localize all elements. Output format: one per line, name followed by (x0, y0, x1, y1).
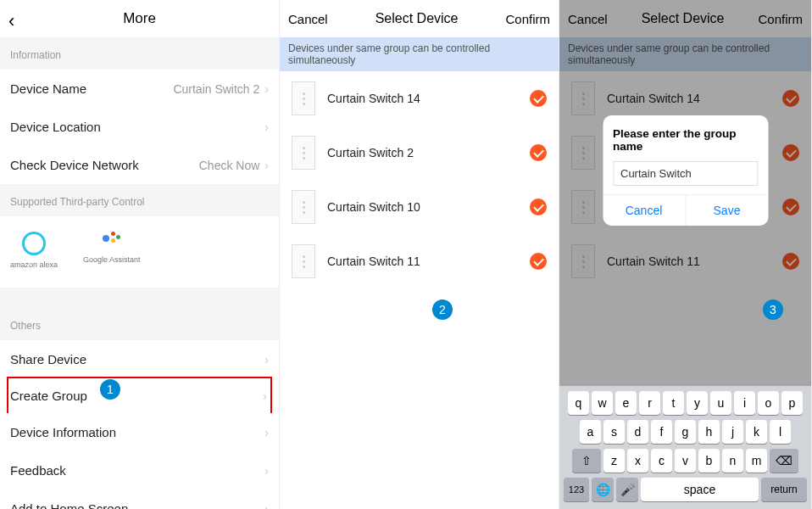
label: Check Device Network (10, 158, 139, 172)
numbers-key[interactable]: 123 (564, 478, 589, 501)
value: Check Now (199, 159, 260, 172)
alexa-icon (22, 232, 46, 255)
key-t[interactable]: t (663, 391, 684, 415)
key-h[interactable]: h (698, 420, 720, 444)
key-k[interactable]: k (746, 420, 767, 444)
key-y[interactable]: y (687, 391, 708, 415)
key-p[interactable]: p (781, 391, 803, 415)
switch-icon (292, 190, 315, 224)
key-b[interactable]: b (698, 449, 720, 473)
row-device-name[interactable]: Device Name Curtain Switch 2› (0, 70, 279, 108)
label: Google Assistant (83, 255, 141, 264)
device-row[interactable]: Curtain Switch 14 (280, 71, 559, 126)
device-row[interactable]: Curtain Switch 2 (280, 126, 559, 180)
switch-icon (292, 136, 315, 170)
more-settings-panel: ‹ More Information Device Name Curtain S… (0, 0, 280, 509)
step-badge-1: 1 (100, 379, 120, 400)
globe-key[interactable]: 🌐 (592, 478, 614, 501)
chevron-right-icon: › (264, 464, 269, 478)
shift-key[interactable]: ⇧ (572, 449, 601, 473)
label: Device Location (10, 120, 101, 134)
row-device-information[interactable]: Device Information › (0, 413, 279, 451)
row-create-group[interactable]: Create Group › (7, 377, 272, 415)
label: Device Information (10, 425, 116, 439)
check-icon[interactable] (530, 90, 547, 107)
key-l[interactable]: l (770, 420, 791, 444)
row-check-network[interactable]: Check Device Network Check Now› (0, 146, 279, 184)
chevron-right-icon: › (263, 389, 267, 403)
header: Cancel Select Device Confirm (280, 0, 559, 37)
check-icon[interactable] (530, 253, 547, 270)
select-device-panel: Cancel Select Device Confirm Devices und… (280, 0, 559, 509)
key-s[interactable]: s (603, 420, 625, 444)
chevron-right-icon: › (264, 82, 269, 96)
key-f[interactable]: f (651, 420, 672, 444)
label: Share Device (10, 352, 86, 366)
label: Device Name (10, 81, 86, 96)
row-device-location[interactable]: Device Location › (0, 108, 279, 146)
chevron-right-icon: › (264, 353, 269, 366)
chevron-right-icon: › (264, 159, 269, 172)
chevron-right-icon: › (264, 426, 269, 439)
return-key[interactable]: return (761, 478, 807, 501)
cancel-button[interactable]: Cancel (288, 12, 328, 26)
device-name: Curtain Switch 2 (327, 146, 518, 159)
modal-title: Please enter the group name (603, 115, 768, 161)
key-a[interactable]: a (580, 420, 601, 444)
key-g[interactable]: g (675, 420, 696, 444)
back-icon[interactable]: ‹ (8, 10, 14, 32)
key-u[interactable]: u (710, 391, 731, 415)
group-name-modal: Please enter the group name Curtain Swit… (603, 115, 768, 226)
device-row[interactable]: Curtain Switch 10 (280, 180, 559, 234)
check-icon[interactable] (530, 144, 547, 161)
section-others: Others (0, 308, 279, 340)
key-i[interactable]: i (734, 391, 755, 415)
thirdparty-row: amazon alexa Google Assistant (0, 216, 279, 288)
check-icon[interactable] (530, 199, 547, 215)
key-v[interactable]: v (675, 449, 696, 473)
key-j[interactable]: j (722, 420, 743, 444)
key-m[interactable]: m (746, 449, 767, 473)
backspace-key[interactable]: ⌫ (770, 449, 798, 473)
keyboard[interactable]: qwertyuiop asdfghjkl ⇧ zxcvbnm ⌫ 123 🌐 🎤… (559, 386, 811, 509)
key-r[interactable]: r (639, 391, 660, 415)
key-o[interactable]: o (758, 391, 779, 415)
section-information: Information (0, 37, 279, 70)
confirm-button[interactable]: Confirm (505, 12, 550, 26)
key-e[interactable]: e (615, 391, 637, 415)
page-title: Select Device (375, 11, 459, 26)
key-x[interactable]: x (627, 449, 648, 473)
label: Add to Home Screen (10, 501, 128, 509)
key-n[interactable]: n (722, 449, 743, 473)
key-w[interactable]: w (592, 391, 613, 415)
label: amazon alexa (10, 260, 58, 269)
step-badge-2: 2 (432, 299, 453, 320)
step-badge-3: 3 (763, 299, 783, 320)
section-thirdparty: Supported Third-party Control (0, 184, 279, 216)
row-share-device[interactable]: Share Device › (0, 340, 279, 378)
switch-icon (292, 81, 315, 115)
modal-save-button[interactable]: Save (686, 195, 768, 226)
chevron-right-icon: › (264, 502, 269, 510)
device-name: Curtain Switch 10 (327, 200, 518, 214)
mic-key[interactable]: 🎤 (616, 478, 638, 501)
space-key[interactable]: space (641, 478, 759, 501)
header: ‹ More (0, 0, 279, 37)
chevron-right-icon: › (264, 120, 269, 134)
google-assistant-item[interactable]: Google Assistant (83, 232, 141, 269)
label: Create Group (10, 389, 87, 403)
row-add-home-screen[interactable]: Add to Home Screen › (0, 489, 279, 509)
group-name-input[interactable]: Curtain Switch (613, 161, 758, 186)
key-c[interactable]: c (651, 449, 672, 473)
modal-cancel-button[interactable]: Cancel (603, 195, 686, 226)
alexa-item[interactable]: amazon alexa (10, 232, 58, 269)
name-group-panel: Cancel Select Device Confirm Devices und… (559, 0, 812, 509)
row-feedback[interactable]: Feedback › (0, 451, 279, 489)
info-banner: Devices under same group can be controll… (280, 37, 559, 71)
key-q[interactable]: q (568, 391, 589, 415)
page-title: More (123, 10, 156, 27)
device-row[interactable]: Curtain Switch 11 (280, 234, 559, 288)
key-z[interactable]: z (603, 449, 625, 473)
key-d[interactable]: d (627, 420, 648, 444)
google-assistant-icon (103, 232, 121, 250)
